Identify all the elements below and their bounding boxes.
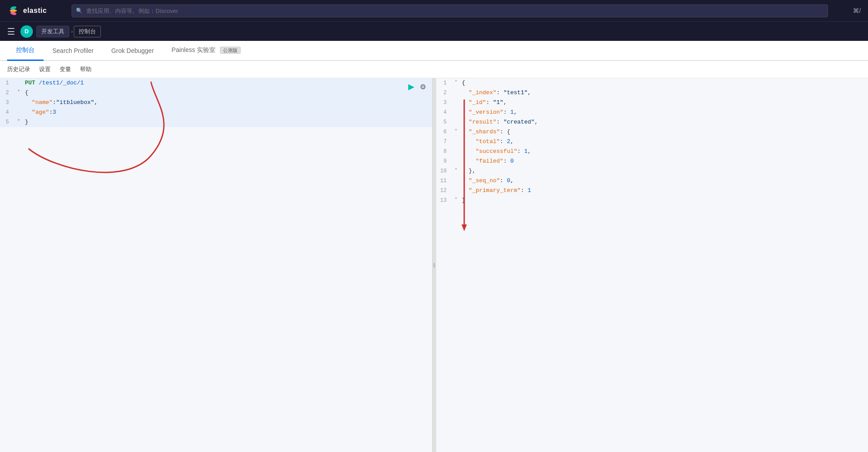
elastic-logo-text: elastic (23, 7, 47, 15)
table-row: 7 "total": 2, (436, 137, 868, 147)
settings-button[interactable]: ⚙ (419, 82, 427, 92)
sub-menu: 历史记录 设置 变量 帮助 (0, 61, 868, 78)
submenu-help[interactable]: 帮助 (80, 64, 92, 75)
beta-badge: 公测版 (220, 47, 241, 54)
hamburger-button[interactable]: ☰ (5, 24, 17, 39)
table-row: 2 "_index": "test1", (436, 88, 868, 98)
editor-code-area[interactable]: 1 PUT /test1/_doc/1 2 ▾ { 3 "name":"itbl… (0, 78, 432, 452)
tab-grok-debugger[interactable]: Grok Debugger (103, 42, 163, 61)
table-row: 11 "_seq_no": 0, (436, 176, 868, 186)
run-button[interactable]: ▶ (407, 81, 415, 92)
output-code-area: 1 ▾ { 2 "_index": "test1", 3 "_id": "1",… (436, 78, 868, 452)
table-row: 10 ▾ }, (436, 166, 868, 176)
submenu-settings[interactable]: 设置 (39, 64, 51, 75)
resize-handle[interactable]: ‖ (433, 78, 436, 452)
tab-bar: 控制台 Search Profiler Grok Debugger Painle… (0, 41, 868, 61)
user-avatar[interactable]: D (20, 25, 33, 38)
breadcrumb-devtools[interactable]: 开发工具 (36, 26, 69, 37)
table-row: 12 "_primary_term": 1 (436, 186, 868, 196)
tab-painless-lab[interactable]: Painless 实验室 公测版 (163, 41, 250, 61)
search-icon: 🔍 (76, 8, 83, 14)
table-row: 3 "name":"itbluebox", (0, 98, 432, 108)
table-row: 3 "_id": "1", (436, 98, 868, 108)
table-row: 1 ▾ { (436, 78, 868, 88)
logo[interactable]: elastic (7, 4, 47, 17)
table-row: 5 "result": "created", (436, 117, 868, 127)
submenu-variables[interactable]: 变量 (60, 64, 71, 75)
tab-search-profiler[interactable]: Search Profiler (44, 42, 103, 61)
table-row: 5 ▾ } (0, 117, 432, 127)
breadcrumb-arrow-icon: › (71, 28, 73, 35)
table-row: 1 PUT /test1/_doc/1 (0, 78, 432, 88)
table-row: 2 ▾ { (0, 88, 432, 98)
table-row: 4 "age":3 (0, 108, 432, 117)
toolbar: ☰ D 开发工具 › 控制台 (0, 21, 868, 41)
editor-container: ▶ ⚙ 1 PUT /test1/_doc/1 2 ▾ { 3 "name":"… (0, 78, 868, 452)
svg-point-2 (10, 9, 17, 12)
tab-console[interactable]: 控制台 (7, 41, 44, 61)
table-row: 9 "failed": 0 (436, 156, 868, 166)
table-row: 13 ▾ } (436, 196, 868, 205)
breadcrumb: 开发工具 › 控制台 (36, 26, 102, 37)
editor-actions: ▶ ⚙ (407, 81, 427, 92)
search-input[interactable] (72, 4, 828, 17)
elastic-logo-icon (7, 4, 20, 17)
table-row: 6 ▾ "_shards": { (436, 127, 868, 137)
global-search[interactable]: 🔍 (72, 4, 828, 17)
shortcut-hint: ⌘/ (853, 7, 861, 14)
table-row: 4 "_version": 1, (436, 108, 868, 117)
editor-panel[interactable]: ▶ ⚙ 1 PUT /test1/_doc/1 2 ▾ { 3 "name":"… (0, 78, 433, 452)
table-row: 8 "successful": 1, (436, 147, 868, 156)
navbar: elastic 🔍 ⌘/ (0, 0, 868, 21)
output-panel: 1 ▾ { 2 "_index": "test1", 3 "_id": "1",… (436, 78, 868, 452)
breadcrumb-console[interactable]: 控制台 (74, 26, 101, 37)
submenu-history[interactable]: 历史记录 (7, 64, 30, 75)
